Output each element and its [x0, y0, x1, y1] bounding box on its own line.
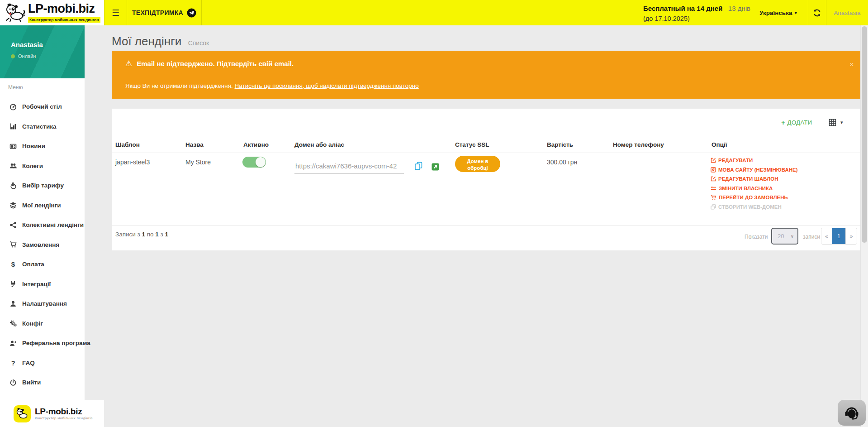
- banner-text-row: Якщо Ви не отримали підтвердження. Натис…: [125, 82, 419, 89]
- column-active: Активно: [243, 141, 269, 148]
- records-label: записи: [803, 234, 820, 240]
- telegram-icon: [187, 8, 196, 18]
- banner-title-row: ⚠ Email не підтверджено. Підтвердіть сві…: [125, 60, 294, 67]
- support-label: ТЕХПІДТРИМКА: [132, 9, 183, 16]
- footer-logo-texts: LP-mobi.biz Конструктор мобільних лендін…: [35, 407, 93, 421]
- header-logo[interactable]: LP-mobi.biz Конструктор мобильных лендин…: [0, 0, 104, 25]
- hamburger-menu-button[interactable]: ☰: [104, 0, 127, 25]
- domain-input[interactable]: [294, 155, 404, 174]
- close-icon[interactable]: ×: [849, 61, 854, 68]
- sidebar-item-dashboard[interactable]: Робочий стіл: [0, 97, 85, 117]
- column-phone: Номер телефону: [613, 141, 664, 148]
- dog-logo-icon: [5, 3, 25, 23]
- sidebar-footer-logo[interactable]: LP-mobi.biz Конструктор мобільних лендін…: [0, 400, 104, 427]
- column-domain: Домен або аліас: [294, 141, 344, 148]
- sidebar-item-faq[interactable]: ? FAQ: [0, 353, 85, 373]
- user-plus-icon: [8, 340, 19, 347]
- sidebar: Anastasia Онлайн Меню Робочий стіл Стати…: [0, 25, 85, 427]
- records-info: Записи з 1 по 1 з 1: [115, 231, 168, 238]
- logo-subtitle: Конструктор мобильных лендингов: [28, 17, 100, 23]
- column-cost: Вартість: [547, 141, 573, 148]
- copy-icon[interactable]: [414, 161, 423, 171]
- footer-logo-subtitle: Конструктор мобільних лендінгів: [35, 416, 93, 420]
- column-options: Опції: [711, 141, 727, 148]
- show-label: Показати: [745, 234, 768, 240]
- trial-line1: Бесплатный на 14 дней 13 днів: [643, 4, 750, 14]
- toggle-knob: [256, 157, 266, 167]
- row-cost: 300.00 грн: [547, 158, 577, 166]
- scrollbar-thumb[interactable]: [862, 26, 867, 243]
- power-icon: [8, 379, 19, 386]
- cart-icon: [711, 195, 716, 200]
- edit-icon: [711, 176, 716, 182]
- sidebar-item-collective-landings[interactable]: Колективні лендінги: [0, 215, 85, 235]
- trial-title: Бесплатный на 14 дней: [643, 5, 722, 12]
- sidebar-item-news[interactable]: Новини: [0, 136, 85, 156]
- user-menu[interactable]: Anastasia: [826, 0, 868, 25]
- page-scrollbar: [860, 25, 868, 427]
- sidebar-item-my-landings[interactable]: Мої лендінги: [0, 196, 85, 216]
- sidebar-item-referral[interactable]: Реферальна програма: [0, 333, 85, 353]
- row-landing-name: My Store: [185, 158, 211, 166]
- users-icon: [8, 162, 19, 169]
- banner-title: Email не підтверджено. Підтвердіть свій …: [137, 60, 294, 67]
- open-link-icon[interactable]: [432, 163, 439, 171]
- refresh-button[interactable]: [808, 0, 826, 25]
- gears-icon: [8, 320, 19, 327]
- plus-icon: +: [781, 119, 785, 126]
- pagination-page-1[interactable]: 1: [832, 228, 846, 244]
- bar-chart-icon: [8, 123, 19, 130]
- page-subtitle: Список: [188, 39, 209, 47]
- pagination-next-button[interactable]: »: [846, 228, 857, 244]
- support-chat-button[interactable]: [838, 400, 866, 426]
- option-site-language[interactable]: МОВА САЙТУ (НЕЗМІНЮВАНЕ): [711, 167, 798, 173]
- sidebar-item-payment[interactable]: $ Оплата: [0, 254, 85, 274]
- support-button[interactable]: ТЕХПІДТРИМКА: [127, 0, 202, 25]
- option-change-owner[interactable]: ЗМІНИТИ ВЛАСНИКА: [711, 186, 798, 191]
- option-edit-template[interactable]: РЕДАГУВАТИ ШАБЛОН: [711, 176, 798, 182]
- option-edit[interactable]: РЕДАГУВАТИ: [711, 158, 798, 163]
- sidebar-user-name: Anastasia: [11, 41, 43, 48]
- sidebar-item-tariff[interactable]: Вибір тарифу: [0, 176, 85, 196]
- trial-info: Бесплатный на 14 дней 13 днів (до 17.10.…: [643, 4, 750, 24]
- active-toggle[interactable]: [242, 157, 266, 168]
- row-template-name: japan-steel3: [115, 158, 150, 166]
- language-selector[interactable]: Українська ▾: [749, 0, 808, 25]
- chevron-down-icon: ▾: [794, 10, 797, 16]
- sidebar-item-statistics[interactable]: Статистика: [0, 117, 85, 137]
- clone-icon: [711, 204, 716, 210]
- user-icon: [8, 300, 19, 307]
- sidebar-item-config[interactable]: Конфіг: [0, 314, 85, 334]
- add-landing-button[interactable]: + ДОДАТИ: [781, 119, 812, 126]
- page-size-select[interactable]: 20 ∨: [771, 228, 798, 245]
- pagination-prev-button[interactable]: «: [821, 228, 832, 244]
- sidebar-user-panel: Anastasia Онлайн: [0, 25, 85, 78]
- sidebar-item-logout[interactable]: Вийти: [0, 373, 85, 393]
- sidebar-item-orders[interactable]: Замовлення: [0, 235, 85, 255]
- sidebar-item-settings[interactable]: Налаштування: [0, 294, 85, 314]
- ssl-status-badge: Домен в обробці: [455, 156, 500, 172]
- table-view-selector[interactable]: ▾: [829, 119, 843, 126]
- option-go-to-orders[interactable]: ПЕРЕЙТИ ДО ЗАМОВЛЕНЬ: [711, 195, 798, 200]
- logo-title: LP-mobi.biz: [28, 2, 95, 15]
- sidebar-item-integrations[interactable]: Інтеграції: [0, 274, 85, 294]
- sidebar-item-colleagues[interactable]: Колеги: [0, 156, 85, 176]
- column-ssl-status: Статус SSL: [455, 141, 489, 148]
- plug-icon: [8, 280, 19, 288]
- sidebar-menu: Робочий стіл Статистика Новини Колеги: [0, 97, 85, 393]
- online-status-label: Онлайн: [18, 53, 36, 59]
- main-content: Мої лендінги Список ⚠ Email не підтвердж…: [85, 25, 868, 427]
- hamburger-icon: ☰: [112, 8, 119, 18]
- chevron-down-icon: ∨: [791, 234, 794, 239]
- language-icon: [711, 167, 716, 173]
- top-header: LP-mobi.biz Конструктор мобильных лендин…: [0, 0, 868, 25]
- resend-confirmation-link[interactable]: Натисніть це посилання, щоб надіслати пі…: [235, 82, 419, 89]
- domain-field-wrap: [294, 155, 404, 174]
- pagination: « 1 »: [821, 228, 857, 245]
- share-icon: [8, 221, 19, 229]
- grid-icon: [829, 119, 836, 126]
- language-label: Українська: [759, 10, 792, 16]
- newspaper-icon: [8, 143, 19, 150]
- email-warning-banner: ⚠ Email не підтверджено. Підтвердіть сві…: [112, 51, 860, 99]
- table-footer-divider: [112, 225, 860, 226]
